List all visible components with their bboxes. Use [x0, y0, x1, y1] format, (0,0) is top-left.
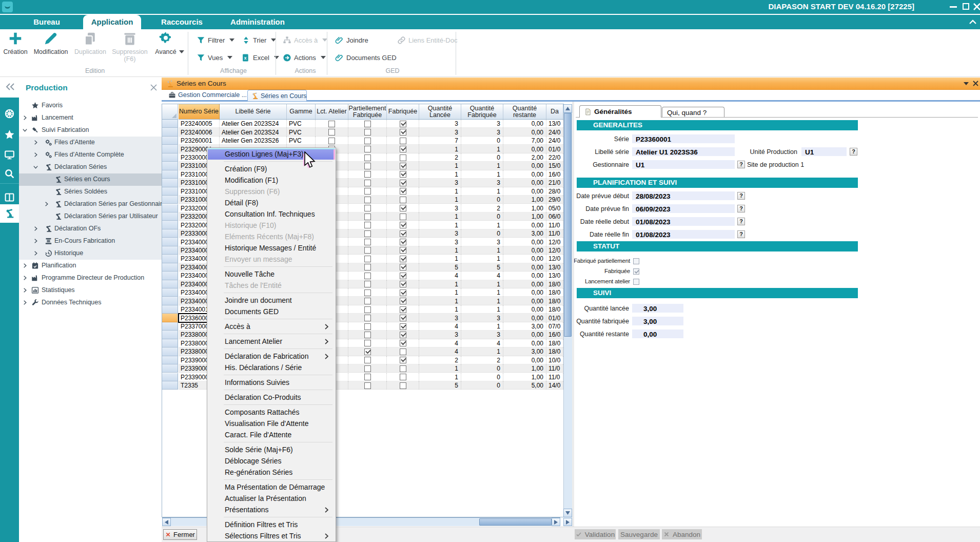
cell-part[interactable] — [348, 305, 387, 314]
row-selector[interactable] — [162, 280, 178, 288]
cell-ql[interactable]: 1 — [419, 221, 461, 229]
checkbox-fabriquee[interactable] — [400, 222, 406, 228]
checkbox-fabriquee[interactable] — [400, 188, 406, 195]
row-selector[interactable] — [162, 179, 178, 187]
checkbox-fabriquee[interactable] — [400, 197, 406, 203]
cell-date[interactable]: 18/0 — [546, 347, 563, 356]
menu-item-historique-messages-entit-[interactable]: Historique Messages / Entité — [208, 242, 335, 254]
checkbox-partiellement-fabriquee[interactable] — [364, 306, 371, 313]
menu-item-ma-pr-sentation-de-d-marrage[interactable]: Ma Présentation de Démarrage — [208, 481, 335, 493]
date-value-0[interactable]: 28/08/2023 — [632, 191, 735, 200]
chevron-right-icon[interactable] — [44, 201, 49, 207]
checkbox-partiellement-fabriquee[interactable] — [364, 256, 371, 262]
cell-fab[interactable] — [387, 204, 419, 212]
ribbon-button-modification[interactable]: Modification — [31, 31, 71, 55]
cell-qf[interactable]: 2 — [461, 204, 503, 212]
sidebar-item-d-claration-s-ries-par-gestionnaire[interactable]: Déclaration Séries par Gestionnaire — [19, 198, 162, 210]
menu-item-suppression-f6-[interactable]: Suppression (F6) — [208, 186, 335, 197]
chevron-down-icon[interactable] — [22, 127, 28, 133]
column-header-lct[interactable]: Lct. Atelier — [316, 104, 348, 120]
sidebar-item-d-claration-ofs[interactable]: Déclaration OFs — [19, 223, 162, 235]
checkbox-fabriquee[interactable] — [400, 256, 406, 262]
cell-ql[interactable]: 3 — [419, 179, 461, 187]
checkbox-partiellement-fabriquee[interactable] — [364, 239, 371, 245]
checkbox-fabriquee[interactable] — [400, 154, 406, 161]
cell-part[interactable] — [348, 381, 387, 390]
cell-libelle[interactable]: Atelier Gen 2023S24 — [220, 120, 287, 128]
cell-qf[interactable]: 4 — [461, 272, 503, 280]
menu-item-envoyer-un-message[interactable]: Envoyer un message — [208, 254, 335, 265]
sidebar-item-s-ries-en-cours[interactable]: Séries en Cours — [19, 173, 162, 186]
menu-item-joindre-un-document[interactable]: Joindre un document — [208, 295, 335, 306]
row-selector[interactable] — [162, 305, 178, 314]
row-selector[interactable] — [162, 331, 178, 339]
sidebar-item-en-cours-fabrication[interactable]: En-Cours Fabrication — [19, 235, 162, 247]
menu-item-pr-sentations[interactable]: Présentations — [208, 504, 335, 515]
cell-ql[interactable]: 5 — [419, 381, 461, 390]
checkbox-fabriquee[interactable] — [400, 214, 406, 220]
cell-qr[interactable]: 0,00 — [503, 339, 546, 347]
menu-item-nouvelle-t-che[interactable]: Nouvelle Tâche — [208, 268, 335, 280]
menu-item-composants-rattach-s[interactable]: Composants Rattachés — [208, 407, 335, 418]
cell-fab[interactable] — [387, 179, 419, 187]
menu-item-modification-f1-[interactable]: Modification (F1) — [208, 175, 335, 186]
help-button[interactable]: ? — [737, 192, 745, 200]
cell-qf[interactable]: 1 — [461, 145, 503, 153]
checkbox-lct-atelier[interactable] — [328, 138, 335, 144]
checkbox-fabriquee[interactable] — [400, 121, 406, 127]
cell-qf[interactable]: 3 — [461, 179, 503, 187]
cell-date[interactable]: 10/0 — [546, 356, 563, 364]
chevron-right-icon[interactable] — [22, 115, 28, 121]
cell-ql[interactable]: 2 — [419, 356, 461, 364]
menu-item-d-finition-filtres-et-tris[interactable]: Définition Filtres et Tris — [208, 519, 335, 530]
checkbox-partiellement-fabriquee[interactable] — [364, 281, 371, 287]
cell-part[interactable] — [348, 162, 387, 170]
cell-fab[interactable] — [387, 246, 419, 255]
checkbox-fabriquee[interactable] — [400, 323, 406, 330]
sidebar-item-historique[interactable]: Historique — [19, 247, 162, 260]
cell-ql[interactable]: 1 — [419, 170, 461, 179]
detail-tab-qui-quand[interactable]: Qui, quand ? — [662, 107, 724, 118]
cell-fab[interactable] — [387, 347, 419, 356]
ribbon-button-filtrer[interactable]: Filtrer — [197, 34, 234, 46]
cell-qf[interactable]: 3 — [461, 238, 503, 246]
sidebar-item-files-d-attente-compl-te[interactable]: Files d'Attente Complète — [19, 149, 162, 161]
row-selector[interactable] — [162, 356, 178, 364]
ribbon-button-trier[interactable]: Trier — [242, 34, 276, 46]
cell-libelle[interactable]: Atelier Gen 2023S24 — [220, 128, 287, 136]
validation-button[interactable]: Validation — [575, 529, 616, 539]
cell-ql[interactable]: 1 — [419, 288, 461, 297]
row-selector[interactable] — [162, 255, 178, 263]
checkbox-partiellement-fabriquee[interactable] — [364, 264, 371, 270]
cell-part[interactable] — [348, 280, 387, 288]
cell-fab[interactable] — [387, 297, 419, 305]
horizontal-scroll-thumb[interactable] — [479, 518, 552, 526]
cell-fab[interactable] — [387, 356, 419, 364]
ribbon-button-actions[interactable]: Actions — [283, 52, 326, 63]
menu-item-visualisation-file-d-attente[interactable]: Visualisation File d'Attente — [208, 418, 335, 429]
column-header-gamme[interactable]: Gamme — [287, 104, 316, 120]
cell-qr[interactable]: 0,00 — [503, 120, 546, 128]
cell-qf[interactable]: 0 — [461, 153, 503, 162]
sidebar-item-s-ries-sold-es[interactable]: Séries Soldées — [19, 186, 162, 198]
date-value-1[interactable]: 06/09/2023 — [632, 204, 735, 213]
scroll-corner-button[interactable] — [563, 518, 572, 526]
checkbox-fabriquee[interactable] — [400, 349, 406, 355]
checkbox-partiellement-fabriquee[interactable] — [364, 180, 371, 186]
checkbox-partiellement-fabriquee[interactable] — [364, 171, 371, 178]
cell-qf[interactable]: 3 — [461, 128, 503, 136]
cell-fab[interactable] — [387, 280, 419, 288]
checkbox-fabriquee[interactable] — [400, 138, 406, 144]
cell-part[interactable] — [348, 246, 387, 255]
cell-ql[interactable]: 4 — [419, 322, 461, 331]
cell-part[interactable] — [348, 137, 387, 145]
suivi-value-0[interactable]: 3,00 — [632, 304, 683, 313]
menu-tab-administration[interactable]: Administration — [222, 15, 293, 29]
checkbox-partiellement-fabriquee[interactable] — [364, 222, 371, 228]
cell-qr[interactable]: 0,00 — [503, 246, 546, 255]
cell-date[interactable]: 16/0 — [546, 170, 563, 179]
menu-item-t-ches-de-l-entit-[interactable]: Tâches de l'Entité — [208, 280, 335, 291]
cell-part[interactable] — [348, 288, 387, 297]
minimize-button[interactable] — [950, 6, 957, 8]
cell-ql[interactable]: 3 — [419, 331, 461, 339]
